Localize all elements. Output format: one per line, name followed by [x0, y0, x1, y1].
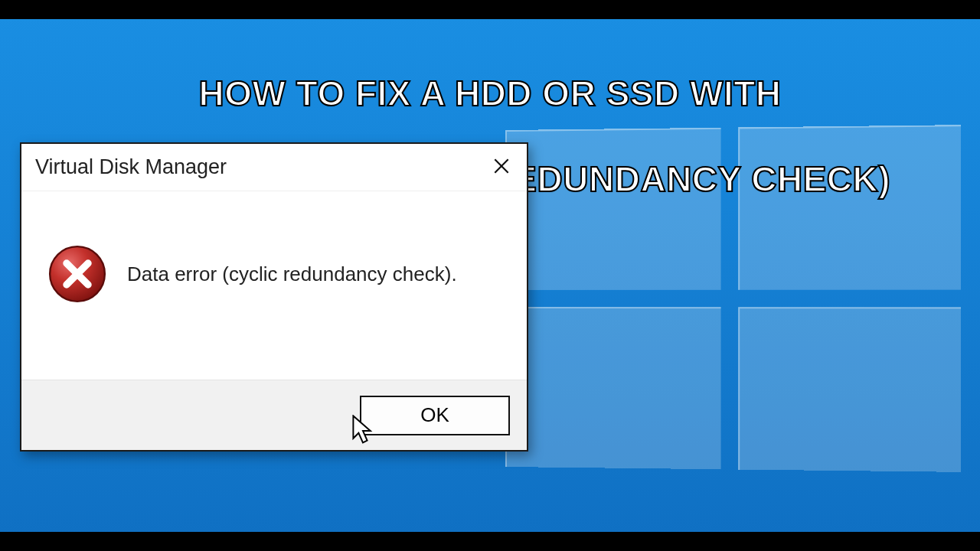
letterbox-top	[0, 0, 980, 19]
dialog-footer: OK	[21, 380, 527, 450]
error-dialog: Virtual Disk Manager	[20, 142, 528, 452]
letterbox-bottom	[0, 532, 980, 551]
dialog-body: Data error (cyclic redundancy check).	[21, 191, 527, 380]
dialog-message: Data error (cyclic redundancy check).	[127, 262, 457, 286]
headline-line1: HOW TO FIX A HDD OR SSD WITH	[198, 73, 781, 113]
dialog-titlebar[interactable]: Virtual Disk Manager	[21, 144, 527, 191]
desktop-background: HOW TO FIX A HDD OR SSD WITH DATA ERROR …	[0, 0, 980, 551]
error-icon	[47, 244, 107, 304]
close-icon	[492, 156, 511, 179]
dialog-title: Virtual Disk Manager	[35, 155, 227, 179]
ok-button[interactable]: OK	[360, 396, 510, 435]
ok-button-label: OK	[420, 403, 449, 427]
close-button[interactable]	[476, 145, 527, 190]
